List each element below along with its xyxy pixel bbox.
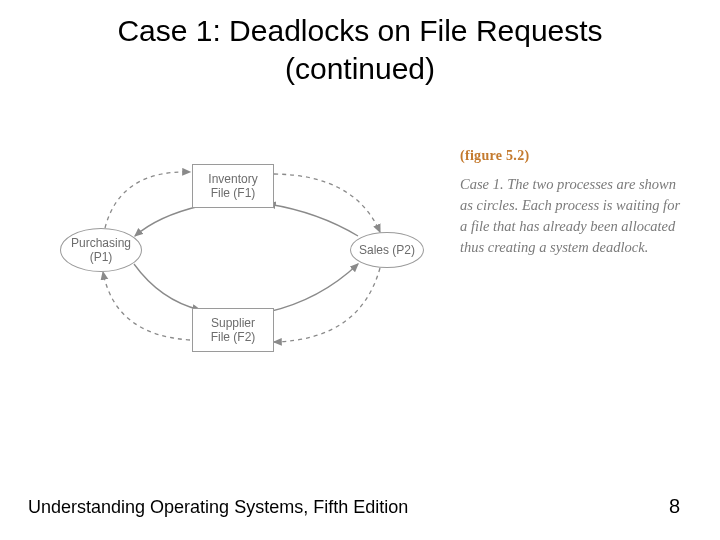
- node-p1: Purchasing (P1): [60, 228, 142, 272]
- footer-page-number: 8: [669, 495, 680, 518]
- node-p2-label: Sales (P2): [359, 243, 415, 257]
- deadlock-diagram: Purchasing (P1) Sales (P2) Inventory Fil…: [60, 150, 430, 380]
- title-line-2: (continued): [285, 52, 435, 85]
- node-p1-label: Purchasing (P1): [71, 236, 131, 265]
- figure-text: Case 1. The two processes are shown as c…: [460, 174, 690, 258]
- node-p2: Sales (P2): [350, 232, 424, 268]
- node-f1: Inventory File (F1): [192, 164, 274, 208]
- node-f1-label: Inventory File (F1): [208, 172, 257, 201]
- slide: Case 1: Deadlocks on File Requests (cont…: [0, 0, 720, 540]
- node-f2-label: Supplier File (F2): [211, 316, 256, 345]
- slide-title: Case 1: Deadlocks on File Requests (cont…: [0, 12, 720, 87]
- title-line-1: Case 1: Deadlocks on File Requests: [117, 14, 602, 47]
- figure-caption: (figure 5.2) Case 1. The two processes a…: [460, 148, 690, 258]
- figure-number: (figure 5.2): [460, 148, 690, 164]
- footer-book-title: Understanding Operating Systems, Fifth E…: [28, 497, 408, 518]
- node-f2: Supplier File (F2): [192, 308, 274, 352]
